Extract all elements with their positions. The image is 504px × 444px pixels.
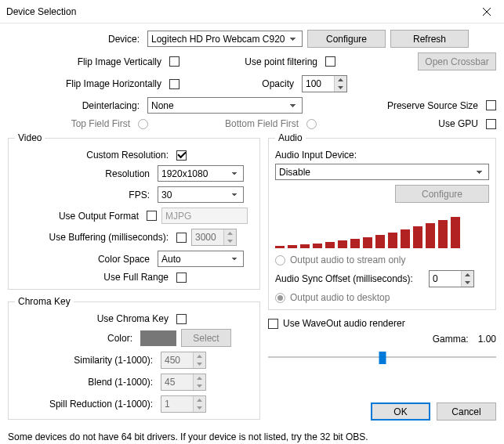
- colorspace-label: Color Space: [15, 254, 153, 265]
- blend-spinner: [161, 374, 206, 391]
- use-chroma-checkbox[interactable]: [176, 314, 187, 324]
- svg-marker-12: [465, 273, 470, 276]
- chroma-select-button: Select: [181, 329, 231, 347]
- titlebar: Device Selection: [0, 0, 504, 23]
- desktop-radio: [275, 293, 285, 303]
- full-range-checkbox[interactable]: [176, 273, 187, 283]
- open-crossbar-button: Open Crossbar: [418, 52, 496, 70]
- svg-marker-4: [227, 232, 233, 235]
- spin-up-icon: [224, 229, 236, 237]
- spin-down-icon[interactable]: [335, 84, 346, 92]
- spin-down-icon: [224, 237, 236, 245]
- fps-select[interactable]: 30: [158, 186, 244, 203]
- buffering-checkbox[interactable]: [176, 233, 187, 243]
- ok-button[interactable]: OK: [371, 402, 430, 421]
- blend-label: Blend (1-1000):: [15, 377, 156, 388]
- slider-thumb[interactable]: [379, 352, 386, 364]
- spill-input: [161, 396, 193, 412]
- top-field-label: Top Field First: [8, 118, 133, 129]
- flip-h-checkbox[interactable]: [169, 79, 179, 89]
- configure-button[interactable]: Configure: [307, 30, 386, 48]
- svg-marker-5: [227, 240, 233, 243]
- full-range-label: Use Full Range: [15, 272, 172, 283]
- spin-up-icon[interactable]: [335, 76, 346, 84]
- window-title: Device Selection: [6, 6, 76, 17]
- chroma-fieldset: Chroma Key Use Chroma Key Color:Select S…: [8, 296, 260, 420]
- spin-down-icon[interactable]: [462, 279, 473, 287]
- svg-marker-11: [197, 406, 202, 410]
- colorspace-select[interactable]: Auto: [158, 251, 244, 267]
- waveout-checkbox[interactable]: [268, 319, 278, 329]
- deinterlace-label: Deinterlacing:: [8, 100, 143, 111]
- sync-offset-input[interactable]: [430, 271, 461, 287]
- chroma-color-label: Color:: [15, 333, 136, 344]
- custom-res-checkbox[interactable]: [176, 150, 187, 161]
- video-fieldset: Video Custom Resolution: Resolution1920x…: [8, 132, 260, 290]
- deinterlace-select[interactable]: None: [147, 97, 303, 114]
- similarity-input: [161, 352, 193, 368]
- spin-up-icon: [194, 396, 205, 404]
- sync-offset-label: Audio Sync Offset (milliseconds):: [275, 273, 424, 284]
- preserve-size-label: Preserve Source Size: [387, 100, 481, 111]
- audio-input-label: Audio Input Device:: [275, 150, 489, 161]
- audio-input-select[interactable]: Disable: [275, 164, 489, 180]
- svg-marker-9: [197, 384, 202, 388]
- output-format-select: MJPG: [161, 208, 248, 224]
- audio-configure-button: Configure: [395, 185, 489, 203]
- gamma-slider[interactable]: [268, 349, 496, 365]
- buffering-input: [192, 229, 223, 245]
- spin-up-icon: [194, 374, 205, 382]
- chroma-legend: Chroma Key: [15, 296, 74, 307]
- audio-fieldset: Audio Audio Input Device: Disable Config…: [268, 132, 496, 310]
- fps-label: FPS:: [15, 190, 153, 200]
- opacity-spinner[interactable]: [302, 75, 347, 92]
- svg-marker-13: [465, 281, 470, 284]
- desktop-label: Output audio to desktop: [290, 292, 390, 303]
- svg-marker-3: [338, 86, 343, 89]
- spin-down-icon: [194, 360, 205, 368]
- point-filter-checkbox[interactable]: [325, 56, 335, 67]
- resolution-select[interactable]: 1920x1080: [158, 165, 244, 182]
- spill-spinner: [161, 395, 206, 413]
- use-chroma-label: Use Chroma Key: [15, 313, 172, 324]
- spin-down-icon: [194, 382, 205, 390]
- gamma-label: Gamma:: [433, 334, 469, 345]
- close-button[interactable]: [469, 0, 504, 23]
- similarity-label: Similarity (1-1000):: [15, 355, 156, 366]
- opacity-label: Opacity: [184, 78, 297, 89]
- spin-up-icon: [194, 352, 205, 360]
- spin-up-icon[interactable]: [462, 271, 473, 279]
- bottom-field-radio: [306, 119, 317, 129]
- svg-marker-2: [338, 78, 343, 81]
- flip-v-checkbox[interactable]: [169, 56, 179, 67]
- audio-legend: Audio: [275, 132, 306, 143]
- waveout-label: Use WaveOut audio renderer: [283, 318, 405, 329]
- chroma-color-swatch[interactable]: [140, 330, 176, 346]
- device-select[interactable]: Logitech HD Pro Webcam C920: [147, 31, 303, 47]
- sync-offset-spinner[interactable]: [429, 270, 474, 287]
- gamma-value: 1.00: [478, 334, 496, 345]
- svg-marker-7: [197, 363, 202, 366]
- custom-res-label: Custom Resolution:: [15, 150, 172, 161]
- cancel-button[interactable]: Cancel: [437, 402, 496, 421]
- audio-level-bars: [275, 217, 489, 248]
- use-gpu-label: Use GPU: [438, 118, 481, 129]
- video-legend: Video: [15, 132, 45, 143]
- buffering-spinner: [191, 229, 237, 246]
- opacity-input[interactable]: [303, 76, 334, 92]
- refresh-button[interactable]: Refresh: [390, 30, 469, 48]
- device-label: Device:: [8, 34, 143, 45]
- blend-input: [161, 374, 193, 390]
- close-icon: [483, 8, 491, 16]
- output-format-checkbox[interactable]: [147, 211, 157, 221]
- buffering-label: Use Buffering (milliseconds):: [15, 232, 172, 243]
- preserve-size-checkbox[interactable]: [486, 100, 496, 110]
- stream-only-radio: [275, 255, 285, 265]
- resolution-label: Resolution: [15, 168, 153, 179]
- spin-down-icon: [194, 404, 205, 412]
- svg-marker-8: [197, 377, 202, 380]
- svg-marker-10: [197, 399, 202, 402]
- point-filter-label: Use point filtering: [184, 56, 321, 67]
- spill-label: Spill Reduction (1-1000):: [15, 399, 156, 410]
- use-gpu-checkbox[interactable]: [486, 119, 496, 129]
